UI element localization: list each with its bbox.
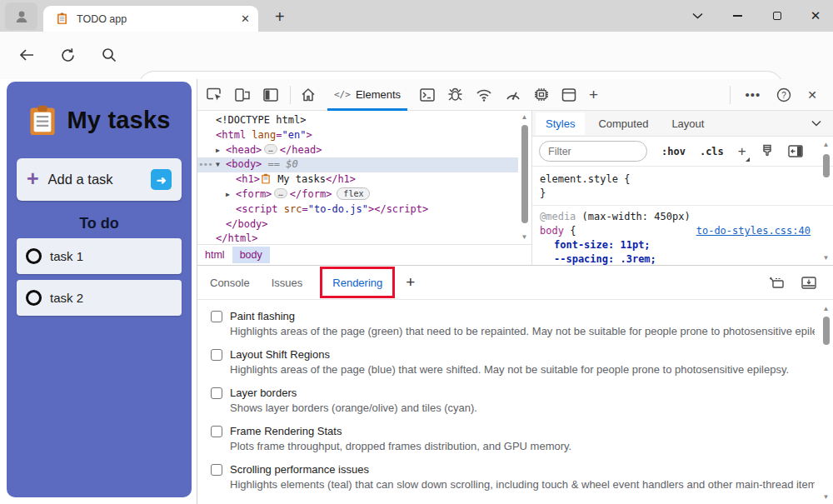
- css-property[interactable]: font-size: 11pt;: [540, 238, 826, 252]
- node-options-dots[interactable]: •••: [198, 157, 212, 172]
- code-token-tag: <head>: [226, 144, 262, 156]
- console-icon[interactable]: [420, 88, 435, 102]
- code-token-attr: src: [284, 203, 302, 215]
- rule-divider: [532, 205, 833, 206]
- expand-arrow-icon[interactable]: ▶: [216, 143, 226, 158]
- code-token-tag: </form>: [290, 188, 332, 200]
- stylesheet-link[interactable]: to-do-styles.css:40: [696, 224, 811, 238]
- css-selector[interactable]: body: [540, 225, 564, 237]
- tree-node[interactable]: <script src="to-do.js"></script>: [197, 202, 518, 217]
- tab-console[interactable]: Console: [210, 277, 250, 289]
- code-token-tag: </html>: [216, 232, 258, 244]
- task-row-1[interactable]: task 1: [17, 238, 182, 274]
- help-icon[interactable]: ?: [776, 87, 791, 102]
- rendering-option: Frame Rendering StatsPlots frame through…: [211, 425, 815, 452]
- restore-drawer-icon[interactable]: [769, 277, 785, 289]
- styles-scrollbar[interactable]: ▲ ▼: [821, 141, 831, 262]
- task-checkbox[interactable]: [26, 290, 42, 306]
- application-icon[interactable]: [561, 88, 576, 102]
- elements-scrollbar[interactable]: ▲ ▼: [519, 113, 530, 242]
- tab-layout[interactable]: Layout: [661, 112, 714, 135]
- search-icon[interactable]: [102, 47, 117, 62]
- tree-node[interactable]: •••▼<body> == $0: [197, 157, 518, 172]
- breadcrumb-html[interactable]: html: [197, 247, 232, 263]
- paint-brush-icon[interactable]: [761, 144, 774, 158]
- tab-title: TODO app: [77, 13, 241, 25]
- home-icon[interactable]: [301, 87, 316, 102]
- tree-node[interactable]: <!DOCTYPE html>: [197, 113, 518, 128]
- element-style-rule[interactable]: element.style {: [540, 172, 826, 187]
- tab-elements[interactable]: </> Elements: [327, 79, 407, 111]
- memory-chip-icon[interactable]: [534, 87, 549, 102]
- tree-node[interactable]: <h1> My tasks</h1>: [197, 172, 518, 187]
- add-task-field[interactable]: + Add a task ➜: [17, 158, 182, 201]
- code-token-tag: </head>: [280, 144, 322, 156]
- tab-issues[interactable]: Issues: [272, 277, 303, 289]
- option-label[interactable]: Frame Rendering Stats: [230, 425, 342, 437]
- option-label[interactable]: Scrolling performance issues: [230, 463, 369, 476]
- tab-styles[interactable]: Styles: [536, 112, 585, 135]
- device-emulation-icon[interactable]: [235, 87, 251, 102]
- tree-node[interactable]: </html>: [197, 232, 518, 244]
- browser-tab-todo-app[interactable]: TODO app ✕: [43, 6, 258, 32]
- page-viewport: My tasks + Add a task ➜ To do task 1 tas…: [0, 79, 197, 504]
- option-checkbox[interactable]: [211, 464, 222, 476]
- expand-arrow-icon[interactable]: ▼: [216, 157, 226, 172]
- task-checkbox[interactable]: [26, 248, 42, 264]
- code-token-tag: =: [276, 129, 282, 141]
- option-checkbox[interactable]: [211, 387, 222, 399]
- clipboard-icon: [27, 103, 57, 137]
- task-row-2[interactable]: task 2: [17, 280, 182, 316]
- option-checkbox[interactable]: [211, 426, 222, 437]
- performance-gauge-icon[interactable]: [505, 88, 521, 102]
- add-drawer-tab-icon[interactable]: +: [406, 273, 415, 292]
- tab-actions-chevron-icon[interactable]: [683, 0, 711, 32]
- close-drawer-icon[interactable]: [801, 277, 816, 289]
- inspect-element-icon[interactable]: [207, 87, 222, 102]
- submit-task-button[interactable]: ➜: [151, 169, 172, 190]
- toolbar-separator: [290, 86, 291, 104]
- tree-node[interactable]: ▶<form>…</form>flex: [197, 187, 518, 202]
- option-label[interactable]: Layer borders: [230, 387, 297, 399]
- dock-side-icon[interactable]: [263, 88, 278, 102]
- tree-node[interactable]: ▶<head>…</head>: [197, 143, 518, 158]
- option-checkbox[interactable]: [211, 311, 222, 322]
- close-window-button[interactable]: ✕: [801, 0, 830, 32]
- debugger-bug-icon[interactable]: [447, 87, 463, 102]
- class-toggle-button[interactable]: .cls: [700, 146, 724, 157]
- drawer-scrollbar[interactable]: ▲ ▼: [821, 305, 831, 502]
- breadcrumb-body[interactable]: body: [232, 247, 270, 263]
- css-property[interactable]: --spacing: .3rem;: [540, 252, 826, 265]
- expand-arrow-icon[interactable]: ▶: [226, 187, 236, 202]
- minimize-button[interactable]: [723, 0, 751, 32]
- pseudo-state-button[interactable]: :hov: [661, 146, 686, 157]
- new-style-rule-icon[interactable]: +: [738, 143, 746, 160]
- devtools-more-icon[interactable]: •••: [746, 87, 761, 102]
- tab-close-icon[interactable]: ✕: [241, 12, 250, 25]
- tree-node[interactable]: <html lang="en">: [197, 128, 518, 143]
- todo-app-card: My tasks + Add a task ➜ To do task 1 tas…: [7, 82, 192, 497]
- code-token-tag: ></script>: [368, 203, 428, 215]
- styles-filter-input[interactable]: [539, 141, 647, 162]
- tab-rendering[interactable]: Rendering: [332, 277, 382, 289]
- more-tools-add-icon[interactable]: +: [589, 86, 598, 104]
- close-devtools-icon[interactable]: ✕: [807, 88, 817, 102]
- task-label: task 1: [50, 249, 83, 263]
- person-icon: [13, 8, 30, 25]
- task-label: task 2: [50, 291, 83, 305]
- option-label[interactable]: Paint flashing: [230, 310, 295, 322]
- chevron-down-icon[interactable]: [811, 120, 821, 127]
- new-tab-button[interactable]: +: [275, 7, 285, 27]
- maximize-button[interactable]: [763, 0, 791, 32]
- tree-node[interactable]: </body>: [197, 217, 518, 232]
- option-label[interactable]: Layout Shift Regions: [230, 348, 330, 361]
- tab-computed[interactable]: Computed: [588, 112, 658, 135]
- refresh-icon[interactable]: [60, 47, 76, 63]
- back-icon[interactable]: [18, 47, 35, 62]
- option-description: Shows layer borders (orange/olive) and t…: [230, 402, 815, 414]
- code-token-val: "to-do.js": [308, 203, 368, 215]
- computed-sidebar-toggle-icon[interactable]: [788, 145, 803, 157]
- network-wifi-icon[interactable]: [476, 88, 492, 102]
- profile-avatar[interactable]: [5, 2, 37, 30]
- option-checkbox[interactable]: [211, 349, 222, 361]
